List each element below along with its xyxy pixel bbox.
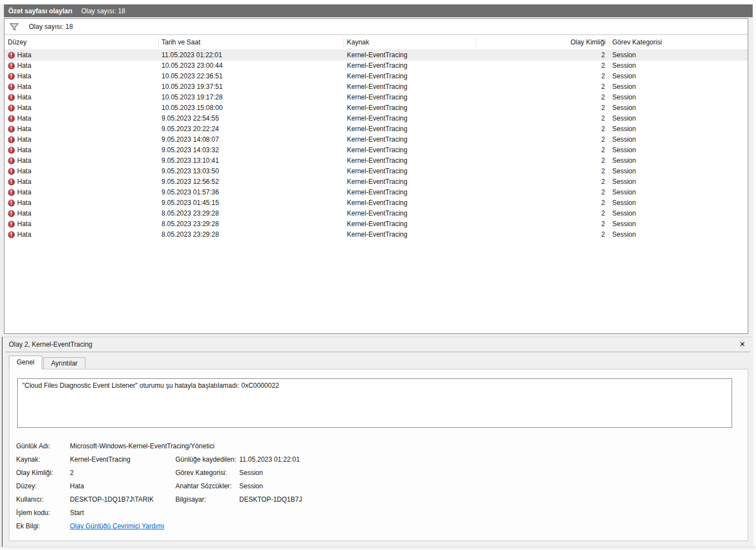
detail-field-row: Kullanıcı: DESKTOP-1DQ1B7J\TARIK Bilgisa…: [16, 493, 748, 506]
event-table-row[interactable]: Hata 8.05.2023 23:29:28 Kernel-EventTrac…: [4, 219, 748, 229]
event-category-cell: Session: [609, 198, 748, 208]
event-level-cell: Hata: [4, 71, 159, 82]
filter-banner: Olay sayısı: 18: [4, 19, 748, 35]
field-value: Kernel-EventTracing: [70, 456, 175, 463]
event-source-cell: Kernel-EventTracing: [344, 229, 476, 240]
summary-titlebar: Özet sayfası olayları Olay sayısı: 18: [4, 4, 753, 17]
event-source-cell: Kernel-EventTracing: [344, 82, 476, 92]
event-id-cell: 2: [476, 61, 609, 71]
error-icon: [8, 115, 15, 122]
field-label: Olay Kimliği:: [16, 469, 70, 477]
event-table-row[interactable]: Hata 9.05.2023 14:03:32 Kernel-EventTrac…: [4, 145, 748, 156]
event-source-cell: Kernel-EventTracing: [344, 92, 476, 103]
event-level-cell: Hata: [4, 134, 159, 145]
detail-field-row: İşlem kodu: Start: [16, 506, 748, 519]
event-table-row[interactable]: Hata 9.05.2023 13:03:50 Kernel-EventTrac…: [4, 166, 748, 177]
event-datetime-cell: 8.05.2023 23:29:28: [159, 208, 344, 219]
detail-fields: Günlük Adı: Microsoft-Windows-Kernel-Eve…: [16, 439, 748, 533]
event-datetime-cell: 9.05.2023 01:57:36: [159, 187, 344, 198]
event-id-cell: 2: [476, 82, 609, 92]
event-category-cell: Session: [609, 145, 748, 156]
field-value: Hata: [70, 482, 175, 490]
event-datetime-cell: 10.05.2023 23:00:44: [159, 61, 344, 71]
close-icon[interactable]: ✕: [738, 340, 747, 349]
event-table-row[interactable]: Hata 10.05.2023 19:37:51 Kernel-EventTra…: [4, 82, 748, 92]
event-level-cell: Hata: [4, 82, 159, 92]
field-value-2: Session: [239, 482, 748, 490]
field-value: DESKTOP-1DQ1B7J\TARIK: [70, 496, 175, 503]
event-category-cell: Session: [609, 103, 748, 113]
event-source-cell: Kernel-EventTracing: [344, 103, 476, 113]
event-table-row[interactable]: Hata 9.05.2023 14:08:07 Kernel-EventTrac…: [4, 134, 748, 145]
event-level-cell: Hata: [4, 61, 159, 71]
field-label: Kaynak:: [16, 456, 70, 463]
error-icon: [8, 104, 15, 112]
event-viewer-summary-pane: Özet sayfası olayları Olay sayısı: 18 Ol…: [0, 0, 756, 550]
event-category-cell: Session: [609, 71, 748, 82]
filter-funnel-icon: [9, 23, 19, 31]
event-table-row[interactable]: Hata 9.05.2023 01:45:15 Kernel-EventTrac…: [4, 198, 748, 208]
event-id-cell: 2: [476, 156, 609, 166]
event-category-cell: Session: [609, 124, 748, 134]
event-datetime-cell: 9.05.2023 13:03:50: [159, 166, 344, 177]
event-datetime-cell: 9.05.2023 01:45:15: [159, 198, 344, 208]
event-id-cell: 2: [476, 219, 609, 229]
event-datetime-cell: 11.05.2023 01:22:01: [159, 50, 344, 61]
event-level-cell: Hata: [4, 198, 159, 208]
error-icon: [8, 52, 15, 59]
column-header-event-id[interactable]: Olay Kimliği: [476, 38, 609, 47]
field-label: İşlem kodu:: [16, 509, 70, 517]
error-icon: [8, 147, 15, 154]
event-datetime-cell: 10.05.2023 22:36:51: [159, 71, 344, 82]
pane-splitter[interactable]: [2, 337, 3, 547]
tab-general[interactable]: Genel: [9, 356, 42, 369]
column-header-category[interactable]: Görev Kategorisi: [609, 38, 748, 47]
column-header-source[interactable]: Kaynak: [344, 38, 476, 47]
detail-field-row: Düzey: Hata Anahtar Sözcükler: Session: [16, 479, 748, 493]
field-value: Microsoft-Windows-Kernel-EventTracing/Yö…: [70, 442, 175, 450]
event-source-cell: Kernel-EventTracing: [344, 50, 476, 61]
event-description-box[interactable]: "Cloud Files Diagnostic Event Listener" …: [17, 378, 732, 428]
event-table-row[interactable]: Hata 10.05.2023 23:00:44 Kernel-EventTra…: [4, 61, 748, 71]
event-table-row[interactable]: Hata 10.05.2023 19:17:28 Kernel-EventTra…: [4, 92, 748, 103]
event-log-online-help-link[interactable]: Olay Günlüğü Çevrimiçi Yardımı: [70, 522, 175, 530]
field-label: Günlük Adı:: [16, 442, 70, 450]
error-icon: [8, 62, 15, 69]
event-datetime-cell: 9.05.2023 20:22:24: [159, 124, 344, 134]
event-level-cell: Hata: [4, 208, 159, 219]
detail-field-row: Olay Kimliği: 2 Görev Kategorisi: Sessio…: [16, 466, 748, 479]
event-id-cell: 2: [476, 92, 609, 103]
event-level-cell: Hata: [4, 219, 159, 229]
event-table-row[interactable]: Hata 9.05.2023 22:54:55 Kernel-EventTrac…: [4, 113, 748, 124]
error-icon: [8, 189, 15, 196]
event-table-row[interactable]: Hata 9.05.2023 12:56:52 Kernel-EventTrac…: [4, 177, 748, 187]
column-header-level[interactable]: Düzey: [4, 38, 159, 47]
field-label: Ek Bilgi:: [16, 522, 70, 530]
event-level-cell: Hata: [4, 145, 159, 156]
column-header-datetime[interactable]: Tarih ve Saat: [159, 38, 344, 47]
event-category-cell: Session: [609, 61, 748, 71]
error-icon: [8, 126, 15, 133]
event-table-row[interactable]: Hata 9.05.2023 01:57:36 Kernel-EventTrac…: [4, 187, 748, 198]
event-table-row[interactable]: Hata 8.05.2023 23:29:28 Kernel-EventTrac…: [4, 229, 748, 240]
event-table-row[interactable]: Hata 11.05.2023 01:22:01 Kernel-EventTra…: [4, 50, 748, 61]
event-id-cell: 2: [476, 229, 609, 240]
error-icon: [8, 157, 15, 164]
event-level-cell: Hata: [4, 166, 159, 177]
event-level-cell: Hata: [4, 103, 159, 113]
event-table-row[interactable]: Hata 8.05.2023 23:29:28 Kernel-EventTrac…: [4, 208, 748, 219]
event-table-row[interactable]: Hata 10.05.2023 15:08:00 Kernel-EventTra…: [4, 103, 748, 113]
event-table-row[interactable]: Hata 9.05.2023 13:10:41 Kernel-EventTrac…: [4, 156, 748, 166]
event-datetime-cell: 10.05.2023 19:17:28: [159, 92, 344, 103]
event-level-cell: Hata: [4, 156, 159, 166]
event-datetime-cell: 9.05.2023 13:10:41: [159, 156, 344, 166]
field-value-2: DESKTOP-1DQ1B7J: [239, 496, 748, 503]
event-table-row[interactable]: Hata 10.05.2023 22:36:51 Kernel-EventTra…: [4, 71, 748, 82]
event-category-cell: Session: [609, 134, 748, 145]
event-table-row[interactable]: Hata 9.05.2023 20:22:24 Kernel-EventTrac…: [4, 124, 748, 134]
event-category-cell: Session: [609, 208, 748, 219]
event-category-cell: Session: [609, 92, 748, 103]
tab-details[interactable]: Ayrıntılar: [43, 357, 85, 369]
event-source-cell: Kernel-EventTracing: [344, 208, 476, 219]
window-top-strip: [0, 0, 756, 4]
